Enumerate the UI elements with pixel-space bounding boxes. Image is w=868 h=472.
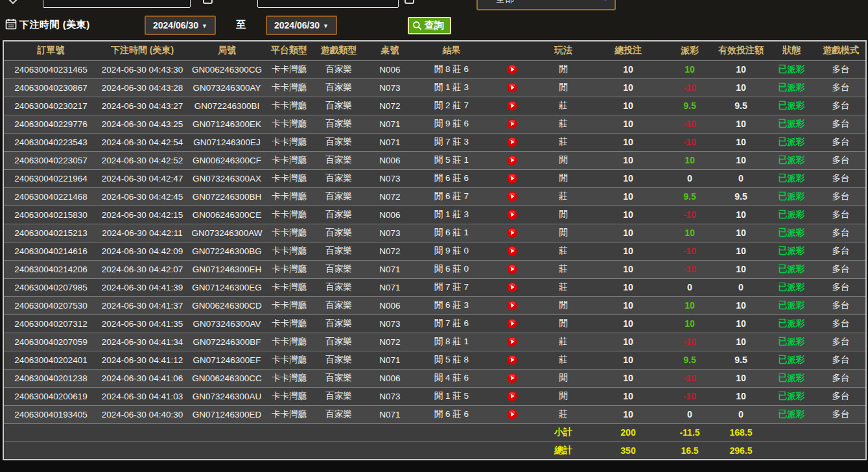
play-replay-button[interactable] (507, 373, 517, 383)
play-replay-button[interactable] (507, 264, 517, 274)
play-replay-button[interactable] (507, 391, 517, 401)
play-replay-button[interactable] (507, 155, 517, 165)
cell-game-type: 百家樂 (311, 187, 366, 206)
cell-total-bet: 10 (592, 187, 664, 206)
cell-total-bet: 10 (592, 206, 664, 224)
play-replay-button[interactable] (507, 300, 517, 311)
play-replay-button[interactable] (507, 119, 517, 129)
filter-input-2[interactable] (257, 0, 399, 8)
filter-icon-3 (405, 0, 414, 4)
cell-game-type: 百家樂 (311, 115, 366, 133)
cell-order-no: 240630040221964 (3, 169, 98, 187)
play-replay-button[interactable] (507, 336, 517, 347)
play-replay-button[interactable] (507, 191, 517, 202)
cell-round-no: GN071246300ED (187, 405, 267, 423)
play-replay-button[interactable] (507, 409, 517, 419)
cell-bet-time: 2024-06-30 04:42:54 (98, 133, 187, 151)
play-replay-button[interactable] (507, 137, 517, 147)
search-button[interactable]: 查詢 (408, 17, 451, 34)
cell-status: 已派彩 (767, 169, 816, 187)
cell-play (489, 278, 535, 296)
cell-game-mode: 多台 (816, 97, 866, 115)
cell-order-no: 240630040223057 (3, 151, 98, 169)
cell-order-no: 240630040193405 (3, 405, 98, 423)
cell-order-no: 240630040207985 (3, 278, 98, 296)
cell-platform-type: 卡卡灣廳 (267, 224, 311, 242)
cell-total-bet: 10 (592, 405, 664, 423)
header-game: 遊戲類型 (311, 41, 366, 60)
cell-payout: 0 (664, 169, 715, 187)
cell-valid-bet: 9.5 (715, 97, 767, 115)
cell-round-no: GN071246300EF (187, 351, 267, 369)
cell-platform-type: 卡卡灣廳 (267, 60, 311, 78)
table-row: 2406300402230572024-06-30 04:42:52GN0062… (3, 151, 866, 169)
cell-table-no: N072 (366, 97, 414, 115)
play-replay-button[interactable] (507, 246, 517, 256)
cell-bet-time: 2024-06-30 04:42:09 (98, 242, 187, 260)
cell-bet-time: 2024-06-30 04:41:34 (98, 333, 187, 351)
cell-status: 已派彩 (767, 242, 816, 260)
cell-bet-time: 2024-06-30 04:43:28 (98, 78, 187, 97)
cell-round-no: GN073246300AV (187, 314, 267, 333)
cell-game-mode: 多台 (816, 278, 866, 296)
cell-total-bet: 10 (592, 242, 664, 260)
cell-round-no: GN072246300BF (187, 333, 267, 351)
filter-input-1[interactable] (43, 0, 191, 8)
cell-bet-time: 2024-06-30 04:41:35 (98, 314, 187, 333)
header-time: 下注時間 (美東) (98, 41, 187, 60)
cell-bet-time: 2024-06-30 04:43:25 (98, 115, 187, 133)
header-table_no: 桌號 (366, 41, 414, 60)
subtotal-row-label: 小計 (535, 423, 592, 442)
cell-game-type: 百家樂 (311, 314, 366, 333)
cell-status: 已派彩 (767, 333, 816, 351)
play-replay-button[interactable] (507, 228, 517, 238)
cell-play (489, 387, 535, 405)
play-replay-button[interactable] (507, 100, 517, 111)
cell-order-no: 240630040207312 (3, 314, 98, 333)
header-play (489, 41, 535, 60)
cell-result: 閒 5 莊 8 (414, 351, 489, 369)
cell-bet-type: 閒 (535, 60, 592, 78)
play-replay-button[interactable] (507, 64, 517, 75)
cell-total-bet: 10 (592, 60, 664, 78)
play-replay-button[interactable] (507, 355, 517, 365)
cell-bet-type: 莊 (535, 187, 592, 206)
cell-table-no: N006 (366, 296, 414, 314)
cell-bet-time: 2024-06-30 04:41:12 (98, 351, 187, 369)
cell-game-mode: 多台 (816, 405, 866, 423)
filter-icon-2 (203, 0, 213, 4)
cell-result: 閒 5 莊 1 (414, 151, 489, 169)
play-replay-button[interactable] (507, 173, 517, 183)
cell-result: 閒 1 莊 3 (414, 78, 489, 97)
cell-round-no: GN006246300CF (187, 151, 267, 169)
play-replay-button[interactable] (507, 209, 517, 220)
date-to-picker[interactable]: 2024/06/30 ▼ (266, 16, 337, 35)
cell-payout: -10 (664, 133, 715, 151)
table-row: 2406300402297762024-06-30 04:43:25GN0712… (3, 115, 866, 133)
cell-game-mode: 多台 (816, 260, 866, 278)
date-from-picker[interactable]: 2024/06/30 ▼ (145, 16, 216, 35)
cell-round-no: GN072246300BG (187, 242, 267, 260)
play-replay-button[interactable] (507, 82, 517, 93)
filter-dropdown[interactable]: 全部 ▼ (476, 0, 616, 10)
subtotal-row-tail (767, 423, 866, 442)
cell-order-no: 240630040229776 (3, 115, 98, 133)
cell-platform-type: 卡卡灣廳 (267, 97, 311, 115)
cell-game-type: 百家樂 (311, 224, 366, 242)
cell-result: 閒 7 莊 3 (414, 133, 489, 151)
caret-down-icon: ▼ (323, 23, 329, 29)
cell-total-bet: 10 (592, 260, 664, 278)
cell-result: 閒 6 莊 1 (414, 224, 489, 242)
cell-valid-bet: 10 (715, 78, 767, 97)
play-replay-button[interactable] (507, 318, 517, 329)
cell-order-no: 240630040230867 (3, 78, 98, 97)
play-replay-button[interactable] (507, 282, 517, 292)
calendar-icon (5, 18, 17, 30)
cell-game-mode: 多台 (816, 387, 866, 405)
cell-game-type: 百家樂 (311, 369, 366, 387)
table-row: 2406300402308672024-06-30 04:43:28GN0732… (3, 78, 866, 97)
cell-status: 已派彩 (767, 351, 816, 369)
total-row-tail (767, 442, 866, 460)
cell-total-bet: 10 (592, 151, 664, 169)
cell-game-type: 百家樂 (311, 405, 366, 423)
